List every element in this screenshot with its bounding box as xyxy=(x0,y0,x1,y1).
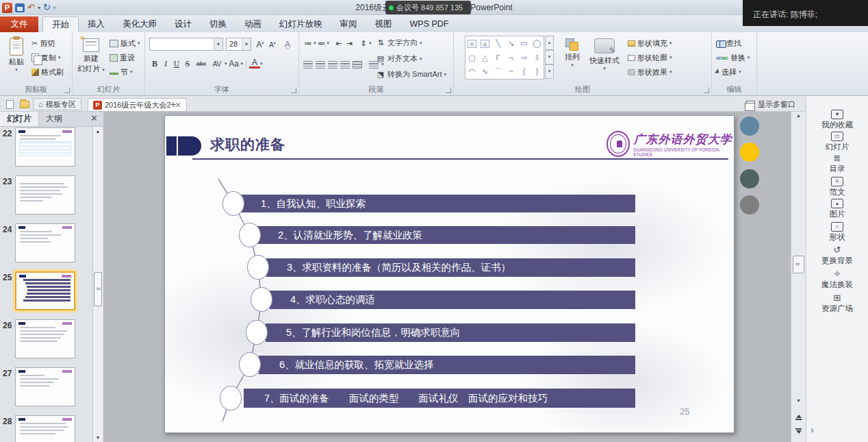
find-button[interactable]: 查找 xyxy=(716,37,741,49)
font-color-button[interactable]: A xyxy=(249,59,260,69)
shapes-scroll-up-icon[interactable]: ▲ xyxy=(545,36,554,50)
reset-button[interactable]: 重设 xyxy=(110,51,135,64)
shape-line-icon[interactable]: ╲ xyxy=(492,36,505,50)
panel-scroll-down-icon[interactable]: ▼ xyxy=(93,435,103,440)
main-scrollbar[interactable]: ▲ ▼ xyxy=(791,112,806,442)
font-size-dropdown-icon[interactable]: ▼ xyxy=(242,38,251,50)
tab-design[interactable]: 设计 xyxy=(166,16,201,32)
shapes-gallery[interactable]: A A̲ ╲ ↘ ▭ ◯ ▢ △ Γ ¬ ⇨ ⇩ ◠ ∿ ⌒ ~ { } xyxy=(465,36,544,79)
change-case-button[interactable]: Aa xyxy=(227,59,241,69)
accent-dot-blue[interactable] xyxy=(740,116,759,136)
sidebar-item-catalog[interactable]: ≣ 目录 xyxy=(806,154,868,174)
shape-scribble-icon[interactable]: ∿ xyxy=(478,64,492,78)
tab-slideshow[interactable]: 幻灯片放映 xyxy=(270,16,331,32)
panel-tab-outline[interactable]: 大纲 xyxy=(39,112,69,126)
align-right-icon[interactable] xyxy=(328,61,337,69)
sidebar-expand-icon[interactable]: › xyxy=(810,424,814,435)
new-tab-button[interactable]: + xyxy=(166,98,181,110)
show-multi-window-button[interactable]: 显示多窗口 xyxy=(741,98,800,110)
tab-insert[interactable]: 插入 xyxy=(79,16,114,32)
next-slide-button[interactable] xyxy=(793,426,804,436)
scroll-down-icon[interactable]: ▼ xyxy=(791,398,806,403)
scroll-thumb[interactable] xyxy=(793,256,804,273)
tab-file[interactable]: 文件 xyxy=(0,16,38,32)
justify-icon[interactable] xyxy=(340,61,350,69)
panel-scroll-up-icon[interactable]: ▲ xyxy=(93,129,103,134)
shape-arrow-line-icon[interactable]: ↘ xyxy=(505,36,518,50)
italic-button[interactable]: I xyxy=(160,59,171,69)
tab-animations[interactable]: 动画 xyxy=(235,16,270,32)
distribute-icon[interactable] xyxy=(353,61,362,69)
tab-transitions[interactable]: 切换 xyxy=(201,16,235,32)
numbering-icon[interactable]: ≕ xyxy=(317,39,327,48)
format-painter-button[interactable]: 格式刷 xyxy=(31,66,64,78)
copy-button[interactable]: 复制 ▾ xyxy=(31,51,61,64)
list-item-7[interactable]: 7、面试的准备 面试的类型 面试礼仪 面试的应对和技巧 xyxy=(244,389,635,408)
panel-close-icon[interactable]: ✕ xyxy=(90,113,98,123)
shape-elbow-icon[interactable]: Γ xyxy=(492,51,505,64)
underline-button[interactable]: U xyxy=(171,59,182,69)
increase-indent-icon[interactable]: ⇥ xyxy=(344,39,354,48)
tab-wps-pdf[interactable]: WPS PDF xyxy=(401,16,458,32)
shape-textbox-icon[interactable]: A xyxy=(465,36,478,50)
shape-freeform-icon[interactable]: ◠ xyxy=(465,64,478,78)
accent-dot-yellow[interactable] xyxy=(740,143,759,162)
shape-fill-button[interactable]: 形状填充▾ xyxy=(628,37,672,49)
shape-vertical-textbox-icon[interactable]: A̲ xyxy=(478,36,492,50)
select-button[interactable]: 选择▾ xyxy=(716,66,741,78)
replace-button[interactable]: abac 替换▾ xyxy=(716,51,750,64)
shape-right-arrow-icon[interactable]: ⇨ xyxy=(518,51,531,64)
previous-slide-button[interactable] xyxy=(793,412,804,422)
shape-triangle-icon[interactable]: △ xyxy=(478,51,492,64)
text-direction-button[interactable]: ⇅ 文字方向▾ xyxy=(376,38,422,48)
section-button[interactable]: 节 ▾ xyxy=(110,66,133,78)
list-item-3[interactable]: 3、求职资料的准备（简历以及相关的作品、证书） xyxy=(266,258,635,277)
sidebar-item-slides[interactable]: ▭ 幻灯片 xyxy=(806,132,868,152)
grow-font-button[interactable]: A xyxy=(255,38,266,51)
paste-dropdown-icon[interactable]: ▾ xyxy=(3,67,30,73)
accent-dot-gray[interactable] xyxy=(740,195,759,214)
open-document-button[interactable] xyxy=(15,98,34,110)
sidebar-item-change-background[interactable]: ↺ 更换背景 xyxy=(806,245,868,266)
list-item-4[interactable]: 4、求职心态的调适 xyxy=(270,291,635,309)
sidebar-item-favorites[interactable]: ♥ 我的收藏 xyxy=(806,110,868,130)
bold-button[interactable]: B xyxy=(149,59,160,69)
align-center-icon[interactable] xyxy=(316,61,325,69)
align-text-button[interactable]: ▤ 对齐文本▾ xyxy=(376,53,422,64)
phonetic-guide-button[interactable]: A̤ xyxy=(282,38,293,51)
font-dialog-launcher-icon[interactable] xyxy=(291,88,296,93)
sidebar-item-magic-dress[interactable]: ✧ 魔法换装 xyxy=(806,269,868,290)
shape-arc-icon[interactable]: ⌒ xyxy=(492,64,505,78)
shape-rounded-rect-icon[interactable]: ▢ xyxy=(465,51,478,64)
decrease-indent-icon[interactable]: ⇤ xyxy=(334,39,344,48)
sidebar-item-sample-text[interactable]: ≡ 范文 xyxy=(806,177,868,197)
font-name-combo[interactable]: ▼ xyxy=(149,38,223,51)
character-spacing-button[interactable]: AV xyxy=(209,60,225,68)
shape-curve-icon[interactable]: ~ xyxy=(505,64,518,78)
shape-outline-button[interactable]: 形状轮廓▾ xyxy=(628,51,672,64)
font-size-combo[interactable]: 28 ▼ xyxy=(226,38,251,51)
font-name-dropdown-icon[interactable]: ▼ xyxy=(214,38,222,50)
drawing-dialog-launcher-icon[interactable] xyxy=(704,88,709,93)
shape-right-brace-icon[interactable]: } xyxy=(531,64,544,78)
cut-button[interactable]: ✂ 剪切 xyxy=(31,37,55,49)
shapes-scroll-down-icon[interactable]: ▼ xyxy=(545,50,554,64)
tab-beautify[interactable]: 美化大师 xyxy=(114,16,166,32)
shape-left-brace-icon[interactable]: { xyxy=(518,64,531,78)
tab-home[interactable]: 开始 xyxy=(42,16,79,32)
shape-oval-icon[interactable]: ◯ xyxy=(531,36,544,50)
list-item-5[interactable]: 5、了解行业和岗位信息，明确求职意向 xyxy=(266,323,635,342)
line-spacing-icon[interactable]: ⇕ xyxy=(359,39,368,48)
align-left-icon[interactable] xyxy=(303,61,313,69)
list-item-1[interactable]: 1、自我认知、职业探索 xyxy=(240,195,635,212)
template-zone-tab[interactable]: ⌂ 模板专区 xyxy=(33,98,81,110)
panel-scroll-thumb[interactable] xyxy=(94,272,102,306)
tab-view[interactable]: 视图 xyxy=(366,16,401,32)
quick-styles-button[interactable]: 快速样式 ▾ xyxy=(585,34,624,71)
shapes-more-icon[interactable]: ▼ xyxy=(545,64,554,79)
arrange-button[interactable]: 排列 ▾ xyxy=(561,34,584,68)
paste-button[interactable]: 粘贴 ▾ xyxy=(3,34,30,73)
copy-dropdown-icon[interactable]: ▾ xyxy=(58,55,61,60)
accent-dot-teal[interactable] xyxy=(740,169,759,188)
shape-elbow2-icon[interactable]: ¬ xyxy=(505,51,518,64)
